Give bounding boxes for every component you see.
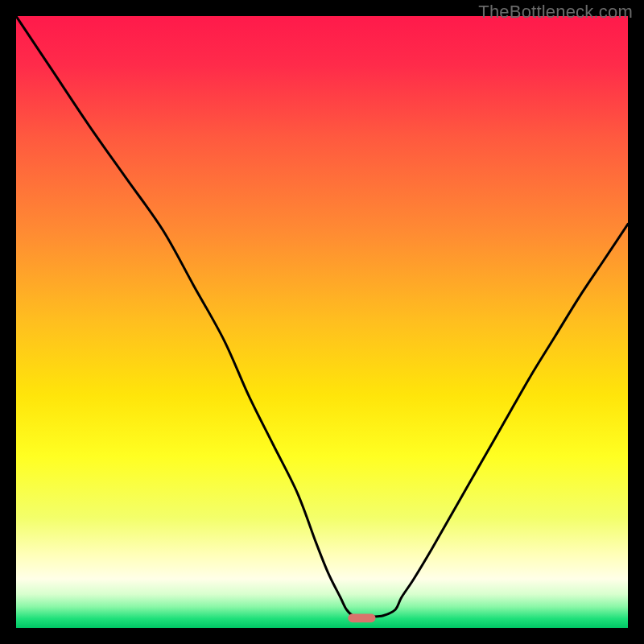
gradient-background (16, 16, 628, 628)
optimal-marker (348, 614, 375, 623)
chart-svg (16, 16, 628, 628)
watermark-text: TheBottleneck.com (478, 2, 633, 23)
chart-frame: TheBottleneck.com (0, 0, 644, 644)
plot-area (16, 16, 628, 628)
